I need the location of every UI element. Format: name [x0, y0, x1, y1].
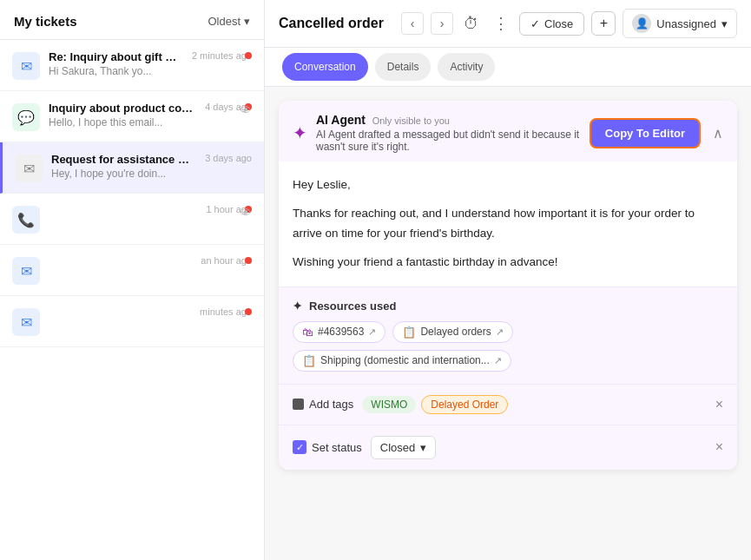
header-left: Cancelled order: [279, 16, 384, 31]
ticket-icon-email: ✉: [12, 52, 40, 80]
ticket-item[interactable]: 📞 1 hour ago 👁: [0, 194, 264, 245]
ticket-time: 3 days ago: [205, 153, 252, 163]
resource-chip-label: Delayed orders: [420, 326, 491, 338]
chevron-down-icon: ▾: [420, 441, 426, 454]
left-panel-title: My tickets: [14, 14, 77, 29]
resource-chip[interactable]: 📋 Shipping (domestic and internation... …: [293, 350, 511, 372]
resource-chip[interactable]: 🛍 #4639563 ↗: [293, 321, 385, 343]
nav-back-button[interactable]: ‹: [401, 12, 424, 35]
set-status-section: ✓ Set status Closed ▾ ×: [279, 425, 737, 470]
ai-card-header: ✦ AI Agent Only visible to you AI Agent …: [279, 101, 737, 161]
resource-chip-icon: 📋: [302, 354, 316, 367]
add-tags-label: Add tags: [293, 398, 353, 411]
message-paragraph: Thanks for reaching out, and I understan…: [293, 204, 723, 244]
ticket-preview: Hey, I hope you're doin...: [51, 168, 166, 180]
resource-chip-icon: 📋: [402, 326, 416, 339]
tab-conversation[interactable]: Conversation: [282, 53, 368, 81]
sort-button[interactable]: Oldest ▾: [208, 15, 250, 28]
ticket-item[interactable]: ✉ minutes ago: [0, 296, 264, 347]
ai-card-header-left: ✦ AI Agent Only visible to you AI Agent …: [293, 113, 590, 153]
add-button[interactable]: +: [591, 11, 616, 36]
chevron-down-icon: ▾: [721, 17, 728, 30]
ticket-icon-whatsapp: 💬: [12, 103, 40, 131]
ai-agent-info: AI Agent Only visible to you AI Agent dr…: [316, 113, 590, 153]
close-button[interactable]: ✓ Close: [519, 12, 584, 36]
settings-icon[interactable]: ⏱: [460, 13, 483, 35]
resources-header: ✦ Resources used: [293, 300, 723, 313]
ticket-title: Inquiry about product com...: [49, 102, 196, 115]
sparkle-small-icon: ✦: [293, 300, 302, 313]
ticket-meta: Hi Sakura, Thank yo...: [49, 65, 183, 77]
tags-close-button[interactable]: ×: [715, 397, 723, 412]
ticket-time: minutes ago: [200, 306, 252, 317]
status-value: Closed: [380, 441, 415, 454]
ticket-icon-email: ✉: [12, 308, 40, 336]
right-header: Cancelled order ‹ › ⏱ ⋮ ✓ Close + 👤 Unas…: [265, 0, 751, 48]
main-content: ✦ AI Agent Only visible to you AI Agent …: [265, 87, 751, 560]
ticket-icon-phone: 📞: [12, 206, 40, 234]
status-close-button[interactable]: ×: [715, 439, 723, 455]
ai-card-actions: Copy To Editor ∧: [590, 118, 723, 148]
tab-activity[interactable]: Activity: [438, 53, 495, 81]
unread-dot: [245, 308, 252, 315]
tab-details[interactable]: Details: [375, 53, 431, 81]
external-link-icon: ↗: [368, 326, 376, 338]
external-link-icon: ↗: [494, 355, 502, 366]
ai-visible-badge: Only visible to you: [372, 115, 450, 126]
checkbox-icon: ✓: [293, 440, 306, 454]
ticket-time: 2 minutes ago: [192, 50, 252, 61]
ticket-list: ✉ Re: Inquiry about gift wrap... Hi Saku…: [0, 40, 264, 560]
tag-icon: [293, 399, 304, 410]
ticket-meta: Hello, I hope this email...: [49, 116, 196, 128]
left-panel: My tickets Oldest ▾ ✉ Re: Inquiry about …: [0, 0, 265, 560]
ai-card-body: Hey Leslie,Thanks for reaching out, and …: [279, 161, 737, 287]
tags-area: WISMODelayed Order: [362, 395, 702, 414]
avatar: 👤: [632, 14, 651, 33]
ticket-content: Inquiry about product com... Hello, I ho…: [49, 102, 196, 128]
ticket-item[interactable]: ✉ an hour ago: [0, 245, 264, 296]
ticket-item[interactable]: ✉ Re: Inquiry about gift wrap... Hi Saku…: [0, 40, 264, 91]
ticket-icon-email: ✉: [12, 257, 40, 285]
ticket-title: Request for assistance with los...: [51, 153, 196, 166]
unread-dot: [245, 52, 252, 59]
ticket-item[interactable]: ✉ Request for assistance with los... Hey…: [0, 142, 264, 194]
ticket-content: [49, 255, 192, 257]
resource-chip-label: Shipping (domestic and internation...: [320, 354, 490, 366]
message-paragraph: Hey Leslie,: [293, 175, 723, 195]
resources-label: Resources used: [309, 300, 396, 313]
sort-label: Oldest: [208, 15, 240, 28]
copy-to-editor-button[interactable]: Copy To Editor: [590, 118, 701, 148]
ticket-title: Re: Inquiry about gift wrap...: [49, 50, 183, 63]
resource-chip-icon: 🛍: [302, 326, 313, 339]
tag-chip-wismo: WISMO: [362, 396, 416, 413]
right-panel: Cancelled order ‹ › ⏱ ⋮ ✓ Close + 👤 Unas…: [265, 0, 751, 560]
unassigned-button[interactable]: 👤 Unassigned ▾: [623, 9, 737, 38]
collapse-button[interactable]: ∧: [713, 125, 723, 142]
header-actions: ‹ › ⏱ ⋮ ✓ Close + 👤 Unassigned ▾: [401, 9, 737, 38]
resource-chip[interactable]: 📋 Delayed orders ↗: [392, 321, 512, 343]
ai-agent-card: ✦ AI Agent Only visible to you AI Agent …: [279, 101, 737, 470]
ticket-content: [49, 204, 197, 206]
ticket-content: [49, 306, 191, 308]
ticket-icon-email-gray: ✉: [15, 155, 43, 182]
unassigned-label: Unassigned: [656, 17, 716, 30]
chevron-down-icon: ▾: [244, 15, 250, 28]
external-link-icon: ↗: [496, 326, 504, 338]
nav-forward-button[interactable]: ›: [431, 12, 453, 35]
close-label: Close: [544, 17, 573, 30]
ticket-content: Re: Inquiry about gift wrap... Hi Sakura…: [49, 50, 183, 77]
tag-chip-delayed: Delayed Order: [421, 395, 508, 414]
ticket-item[interactable]: 💬 Inquiry about product com... Hello, I …: [0, 91, 264, 142]
status-dropdown[interactable]: Closed ▾: [371, 436, 436, 459]
page-title: Cancelled order: [279, 16, 384, 31]
ticket-meta: Hey, I hope you're doin...: [51, 168, 196, 180]
checkmark-icon: ✓: [530, 17, 540, 30]
eye-icon: 👁: [240, 103, 252, 117]
ticket-preview: Hello, I hope this email...: [49, 116, 162, 128]
unread-dot: [245, 257, 252, 264]
ticket-content: Request for assistance with los... Hey, …: [51, 153, 196, 180]
ai-agent-title-row: AI Agent Only visible to you: [316, 113, 590, 127]
set-status-label: ✓ Set status: [293, 440, 362, 454]
ai-agent-label: AI Agent: [316, 113, 366, 127]
more-options-icon[interactable]: ⋮: [490, 12, 512, 35]
